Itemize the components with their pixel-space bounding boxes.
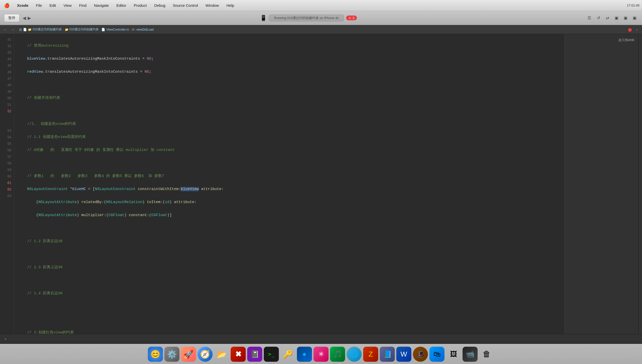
line-num-52b xyxy=(0,114,11,121)
line-num-61: 61 xyxy=(0,179,11,186)
dock-files[interactable]: 📂 xyxy=(214,347,229,362)
dock-dj[interactable]: 🎵 xyxy=(330,347,345,362)
dock: 😊 ⚙️ 🚀 🧭 📂 ✖ 📓 >_ 🔑 xyxy=(0,344,642,364)
code-line-43: redView.translatesAutoresizingMaskIntoCo… xyxy=(18,69,559,75)
dock-dash[interactable]: 📘 xyxy=(380,347,395,362)
code-line-52b: (NSLayoutAttribute) relatedBy:(NSLayoutR… xyxy=(18,199,559,206)
line-num-48: 48 xyxy=(0,82,11,88)
minimap[interactable] xyxy=(638,34,642,334)
nav-prev-issue[interactable]: ⬤ xyxy=(627,27,633,33)
code-line-56: // 1.3 距离上边30 xyxy=(18,264,559,271)
line-num-56: 56 xyxy=(0,147,11,153)
right-panel: 是只用left和 xyxy=(563,34,638,334)
bottom-bar: ▼ xyxy=(0,334,642,344)
breadcrumb-sep2: › xyxy=(100,28,101,31)
dock-launchpad[interactable]: 🚀 xyxy=(181,347,196,362)
nav-left-arrow[interactable]: ← xyxy=(2,27,8,33)
error-badge[interactable]: 3 xyxy=(346,16,357,20)
dock-filezilla[interactable]: Z xyxy=(363,347,378,362)
code-line-52c: (NSLayoutAttribute) multiplier:(CGFloat)… xyxy=(18,212,559,219)
error-count: 3 xyxy=(353,16,354,20)
line-num-60: 60 xyxy=(0,173,11,179)
nav-icons-toggle[interactable]: ⊞ xyxy=(19,28,22,32)
code-line-55 xyxy=(18,251,559,258)
line-num-52c xyxy=(0,121,11,127)
dock-alfred[interactable]: 🎩 xyxy=(413,347,428,362)
dock-system-prefs[interactable]: ⚙️ xyxy=(164,347,179,362)
toolbar: 暂停 ◀ ▶ 📱 Running 010通过代码创建约束 on iPhone 4… xyxy=(0,11,642,25)
code-line-48: // 1.1 创建蓝色view高度的约束 xyxy=(18,134,559,140)
menu-help[interactable]: Help xyxy=(225,3,236,8)
code-line-50 xyxy=(18,160,559,166)
line-num-49: 49 xyxy=(0,88,11,95)
line-num-45: 45 xyxy=(0,62,11,69)
code-content[interactable]: // 禁用autoresizing blueView.translatesAut… xyxy=(14,34,563,334)
breadcrumb-project[interactable]: 📄 xyxy=(23,28,27,31)
code-line-41: // 禁用autoresizing xyxy=(18,43,559,49)
breadcrumb-group2[interactable]: 010通过代码创建约束 xyxy=(70,27,99,32)
nav-right-arrow[interactable]: → xyxy=(10,27,16,33)
breadcrumb-folder2-icon: 📁 xyxy=(65,28,69,31)
dock-appstore[interactable]: 🛍 xyxy=(429,347,444,362)
breadcrumb-sep3: › xyxy=(130,28,131,31)
code-line-59 xyxy=(18,303,559,310)
dock-onenote[interactable]: 📓 xyxy=(247,347,262,362)
dock-preview[interactable]: 🖼 xyxy=(446,347,461,362)
dock-paragon[interactable]: ● xyxy=(297,347,312,362)
toolbar-nav-right[interactable]: ▶ xyxy=(28,15,31,21)
line-num-52: ! 52 xyxy=(0,108,11,114)
menu-source-control[interactable]: Source Control xyxy=(171,3,200,8)
layout-left-icon[interactable]: ▣ xyxy=(613,15,620,22)
dock-word[interactable]: W xyxy=(396,347,411,362)
menu-edit[interactable]: Edit xyxy=(48,3,57,8)
navigate-icon[interactable]: ⇄ xyxy=(604,15,611,22)
line-num-43: 43 xyxy=(0,49,11,56)
menu-navigate[interactable]: Navigate xyxy=(92,3,110,8)
menu-find[interactable]: Find xyxy=(78,3,88,8)
code-editor[interactable]: 41 42 43 44 45 46 47 48 49 50 51 ! 52 xyxy=(0,34,642,334)
code-line-46 xyxy=(18,108,559,114)
line-num-51: 51 xyxy=(0,101,11,108)
line-numbers: 41 42 43 44 45 46 47 48 49 50 51 ! 52 xyxy=(0,34,14,334)
breadcrumb-group1[interactable]: 010通过代码创建约束 xyxy=(33,27,62,32)
breadcrumb-method[interactable]: -viewDidLoad xyxy=(136,28,154,31)
code-line-42: blueView.translatesAutoresizingMaskIntoC… xyxy=(18,56,559,62)
menu-editor[interactable]: Editor xyxy=(115,3,128,8)
nav-next-issue[interactable]: › xyxy=(634,27,640,33)
dock-network[interactable]: 🌐 xyxy=(347,347,362,362)
menu-window[interactable]: Window xyxy=(204,3,220,8)
menu-xcode[interactable]: Xcode xyxy=(16,3,30,8)
apple-menu[interactable]: 🍎 xyxy=(3,2,11,9)
dock-keychain[interactable]: 🔑 xyxy=(280,347,295,362)
layout-center-icon[interactable]: ▣ xyxy=(622,15,629,22)
line-num-53: 53 xyxy=(0,127,11,134)
running-status: Running 010通过代码创建约束 on iPhone 4s xyxy=(269,15,344,22)
dock-finder[interactable]: 😊 xyxy=(148,347,163,362)
breadcrumb-folder-icon: 📁 xyxy=(28,28,32,31)
dock-safari[interactable]: 🧭 xyxy=(198,347,213,362)
menu-debug[interactable]: Debug xyxy=(153,3,167,8)
dock-trash[interactable]: 🗑 xyxy=(479,347,494,362)
line-num-50: 50 xyxy=(0,95,11,101)
code-line-47: //1. 创建蓝色view的约束 xyxy=(18,121,559,127)
breadcrumb-file[interactable]: ViewController.m xyxy=(106,28,129,31)
code-line-44 xyxy=(18,82,559,88)
list-view-icon[interactable]: ☰ xyxy=(586,15,593,22)
layout-right-icon[interactable]: ▣ xyxy=(631,15,638,22)
dock-crossover[interactable]: ✖ xyxy=(231,347,246,362)
pause-button[interactable]: 暂停 xyxy=(4,14,20,22)
code-line-60 xyxy=(18,316,559,323)
dock-terminal[interactable]: >_ xyxy=(264,347,279,362)
code-line-45: // 创建并添加约束 xyxy=(18,95,559,101)
refresh-icon[interactable]: ↺ xyxy=(595,15,602,22)
toolbar-nav-left[interactable]: ◀ xyxy=(23,15,26,21)
menu-view[interactable]: View xyxy=(62,3,73,8)
breadcrumb-sep1: › xyxy=(63,28,64,31)
dock-xmind[interactable]: ✳ xyxy=(313,347,329,362)
code-line-49: // A对象 的 某属性 等于 B对象 的 某属性 乘以 multiplier … xyxy=(18,147,559,153)
dock-screenrecord[interactable]: 📹 xyxy=(463,347,478,362)
main-content: ← → ⊞ 📄 📁 010通过代码创建约束 › 📁 010通过代码创建约束 › … xyxy=(0,25,642,344)
breadcrumb-file-icon: 📄 xyxy=(101,28,105,31)
menu-product[interactable]: Product xyxy=(132,3,148,8)
menu-file[interactable]: File xyxy=(34,3,43,8)
